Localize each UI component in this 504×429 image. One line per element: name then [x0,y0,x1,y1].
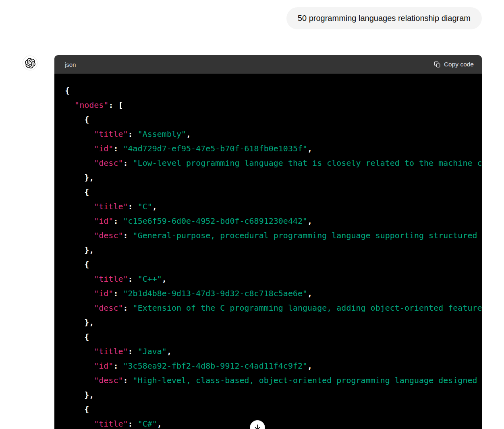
code-line: { [65,83,482,98]
arrow-down-icon [253,423,261,429]
assistant-avatar [23,56,37,70]
code-content[interactable]: { "nodes": [ { "title": "Assembly", "id"… [54,74,482,429]
code-line: "title": "C++", [65,272,482,286]
user-message-bubble: 50 programming languages relationship di… [286,7,482,29]
code-line: { [65,402,482,417]
code-line: }, [65,243,482,257]
code-line: "desc": "Low-level programming language … [65,156,482,170]
code-block-header: json Copy code [54,55,482,74]
code-line: "title": "C", [65,199,482,214]
code-line: "id": "2b1d4b8e-9d13-47d3-9d32-c8c718c5a… [65,286,482,301]
code-line: "desc": "Extension of the C programming … [65,301,482,315]
copy-code-button[interactable]: Copy code [434,61,474,68]
code-line: "desc": "High-level, class-based, object… [65,373,482,388]
code-line: "title": "Assembly", [65,127,482,141]
code-line: "id": "3c58ea92-fbf2-4d8b-9912-c4ad11f4c… [65,359,482,373]
code-line: }, [65,315,482,330]
code-line: { [65,185,482,199]
code-line: { [65,330,482,344]
code-line: "id": "c15e6f59-6d0e-4952-bd0f-c6891230e… [65,214,482,228]
code-line: { [65,112,482,127]
openai-logo-icon [25,58,35,68]
code-line: "id": "4ad729d7-ef95-47e5-b70f-618fb0e10… [65,141,482,156]
code-line: "title": "C#", [65,417,482,429]
code-line: "desc": "General-purpose, procedural pro… [65,228,482,243]
user-message-text: 50 programming languages relationship di… [298,14,471,23]
code-line: { [65,257,482,272]
code-language-label: json [65,61,76,68]
copy-icon [434,61,441,68]
code-block: json Copy code { "nodes": [ { "title": "… [54,55,482,429]
code-line: }, [65,388,482,402]
code-line: "title": "Java", [65,344,482,359]
copy-code-label: Copy code [444,61,474,68]
code-line: "nodes": [ [65,98,482,112]
code-line: }, [65,170,482,185]
